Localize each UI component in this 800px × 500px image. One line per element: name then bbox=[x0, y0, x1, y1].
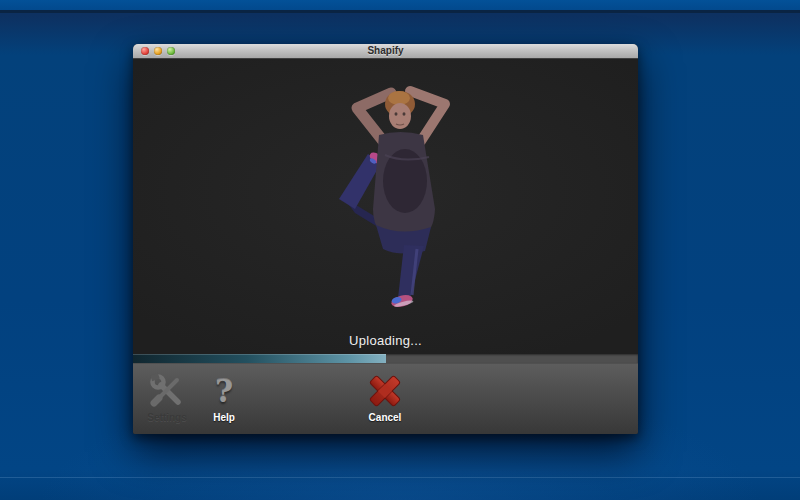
titlebar[interactable]: Shapify bbox=[133, 44, 638, 59]
cancel-button[interactable]: Cancel bbox=[357, 371, 413, 429]
help-button[interactable]: ? Help bbox=[196, 371, 252, 429]
desktop-top-band bbox=[0, 0, 800, 13]
content-area: Uploading... bbox=[133, 59, 638, 354]
cancel-label: Cancel bbox=[369, 412, 402, 423]
wrench-screwdriver-icon bbox=[148, 371, 186, 411]
close-button[interactable] bbox=[141, 47, 149, 55]
window-title: Shapify bbox=[133, 44, 638, 58]
shapify-window: Shapify bbox=[133, 44, 638, 434]
status-text: Uploading... bbox=[133, 333, 638, 348]
zoom-button[interactable] bbox=[167, 47, 175, 55]
traffic-lights bbox=[141, 47, 175, 55]
settings-label: Settings bbox=[147, 412, 186, 423]
settings-button[interactable]: Settings bbox=[139, 371, 195, 429]
help-label: Help bbox=[213, 412, 235, 423]
desktop-bottom-line bbox=[0, 477, 800, 478]
progress-fill bbox=[133, 354, 386, 363]
red-x-icon bbox=[367, 371, 403, 411]
figure-3d-scan bbox=[133, 59, 638, 354]
toolbar: Settings ? Help bbox=[133, 363, 638, 434]
progress-bar bbox=[133, 354, 638, 363]
desktop: Shapify bbox=[0, 0, 800, 500]
minimize-button[interactable] bbox=[154, 47, 162, 55]
question-mark-icon: ? bbox=[215, 371, 233, 411]
